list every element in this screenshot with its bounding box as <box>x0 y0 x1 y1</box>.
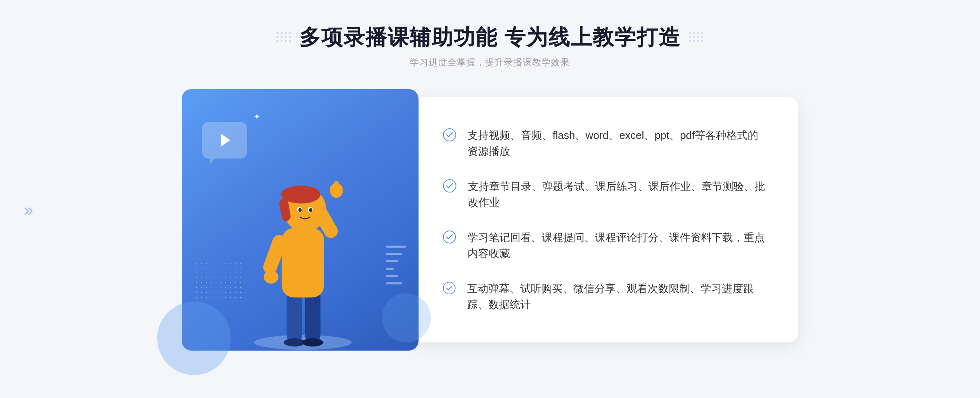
stripe-5 <box>386 275 398 277</box>
stripe-3 <box>386 260 398 262</box>
play-triangle-icon <box>221 134 230 146</box>
svg-point-21 <box>443 282 455 294</box>
svg-point-4 <box>302 338 323 347</box>
header-decorators: 多项录播课辅助功能 专为线上教学打造 <box>276 25 704 50</box>
svg-rect-5 <box>282 228 324 297</box>
feature-item-4: 互动弹幕、试听购买、微信分享、观看次数限制、学习进度跟踪、数据统计 <box>443 281 766 313</box>
stripe-1 <box>386 246 406 248</box>
svg-point-3 <box>284 338 305 347</box>
svg-point-16 <box>298 208 302 212</box>
page-title: 多项录播课辅助功能 专为线上教学打造 <box>299 25 681 50</box>
feature-item-1: 支持视频、音频、flash、word、excel、ppt、pdf等各种格式的资源… <box>443 127 766 159</box>
svg-rect-10 <box>334 181 339 193</box>
page-subtitle: 学习进度全掌握，提升录播课教学效果 <box>276 56 704 69</box>
chevron-left-decoration: » <box>24 200 30 220</box>
left-header-dots <box>276 32 291 42</box>
sparkle-decoration-1: ✦ <box>253 112 261 122</box>
main-content: ✦ · <box>143 89 837 351</box>
blue-circle-large <box>157 302 231 375</box>
check-circle-icon-1 <box>443 127 456 142</box>
svg-point-19 <box>443 180 456 192</box>
feature-text-3: 学习笔记回看、课程提问、课程评论打分、课件资料下载，重点内容收藏 <box>468 230 766 262</box>
sparkle-decoration-2: · <box>263 107 265 113</box>
header-section: 多项录播课辅助功能 专为线上教学打造 学习进度全掌握，提升录播课教学效果 <box>276 25 704 69</box>
page-container: 多项录播课辅助功能 专为线上教学打造 学习进度全掌握，提升录播课教学效果 » ✦… <box>0 0 980 398</box>
stripe-4 <box>386 268 394 270</box>
svg-point-20 <box>443 231 456 243</box>
feature-text-2: 支持章节目录、弹题考试、课后练习、课后作业、章节测验、批改作业 <box>468 179 766 210</box>
stripe-6 <box>386 282 402 284</box>
check-circle-icon-2 <box>443 179 457 193</box>
feature-item-2: 支持章节目录、弹题考试、课后练习、课后作业、章节测验、批改作业 <box>443 179 766 210</box>
feature-text-1: 支持视频、音频、flash、word、excel、ppt、pdf等各种格式的资源… <box>468 127 766 159</box>
check-circle-icon-4 <box>443 281 456 295</box>
stripe-2 <box>386 253 402 255</box>
person-illustration <box>234 138 372 351</box>
svg-point-18 <box>443 129 456 141</box>
right-features-card: 支持视频、音频、flash、word、excel、ppt、pdf等各种格式的资源… <box>410 97 798 342</box>
feature-item-3: 学习笔记回看、课程提问、课程评论打分、课件资料下载，重点内容收藏 <box>443 230 766 262</box>
blue-circle-medium <box>382 293 431 342</box>
check-circle-icon-3 <box>443 230 456 244</box>
left-illustration-card: ✦ · <box>182 89 419 351</box>
feature-text-4: 互动弹幕、试听购买、微信分享、观看次数限制、学习进度跟踪、数据统计 <box>467 281 766 313</box>
right-header-dots <box>689 32 704 42</box>
svg-point-8 <box>264 271 278 284</box>
svg-point-17 <box>309 208 312 212</box>
stripe-decoration <box>386 244 406 285</box>
